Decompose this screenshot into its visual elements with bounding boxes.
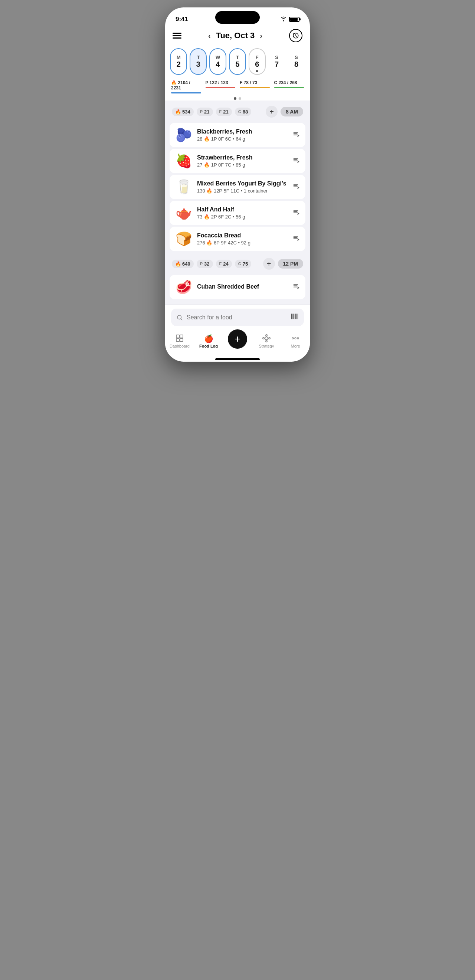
day-item-S7[interactable]: S 7 [268,48,285,75]
svg-line-21 [181,319,182,320]
food-name: Focaccia Bread [197,232,289,239]
strategy-icon [262,334,271,343]
food-name: Blackberries, Fresh [197,128,289,135]
meal-add-button[interactable]: + [263,258,275,270]
nutrition-item: 🔥 2104 / 2231 [171,80,201,94]
food-macros: 27 🔥 1P 0F 7C • 85 g [197,162,289,168]
nav-item-more[interactable]: More [284,334,306,348]
nav-add-button[interactable]: + [226,333,249,349]
nav-item-dashboard[interactable]: Dashboard [169,334,191,348]
nutrition-item: F 78 / 73 [240,80,270,94]
svg-point-36 [266,334,267,336]
meal-time-badge: 12 PM [278,259,303,269]
svg-rect-31 [180,335,183,338]
day-letter: T [197,54,200,60]
food-card[interactable]: 🫐 Blackberries, Fresh 28 🔥 1P 0F 6C • 64… [170,123,305,147]
food-card[interactable]: 🥩 Cuban Shredded Beef [170,275,305,299]
food-emoji: 🫐 [175,127,193,143]
svg-point-41 [295,337,296,339]
nutrition-bar [274,87,304,88]
barcode-icon[interactable] [290,312,299,322]
search-input[interactable] [186,314,287,321]
meal-stat-calories: 🔥640 [172,260,194,268]
food-edit-icon[interactable] [293,234,300,244]
svg-rect-25 [294,314,294,319]
svg-point-40 [292,337,293,339]
stat-label: P [200,110,202,114]
menu-icon[interactable] [172,33,182,38]
food-emoji: 🍓 [175,153,193,169]
food-card[interactable]: 🫖 Half And Half 73 🔥 2P 6F 2C • 56 g [170,200,305,225]
battery-icon [289,17,300,22]
nutrition-label: C 234 / 268 [274,80,304,85]
day-letter: T [236,54,239,60]
add-icon[interactable]: + [228,329,247,349]
dot-1 [234,97,236,100]
svg-rect-22 [291,314,292,319]
date-nav: ‹ Tue, Oct 3 › [208,31,262,40]
stat-value: 75 [243,261,248,267]
day-number: 6 [255,60,259,68]
food-edit-icon[interactable] [293,183,300,192]
stat-label: C [238,110,241,114]
food-macros: 276 🔥 6P 9F 42C • 92 g [197,240,289,245]
meal-stat-p: P21 [197,108,213,116]
day-dot [256,70,258,72]
day-item-S8[interactable]: S 8 [288,48,304,75]
food-name: Half And Half [197,206,289,213]
notch [215,11,260,24]
stat-label: C [238,261,241,266]
food-card[interactable]: 🍞 Focaccia Bread 276 🔥 6P 9F 42C • 92 g [170,227,305,251]
search-container [165,304,310,330]
day-number: 2 [177,60,181,68]
svg-rect-28 [297,314,298,319]
meal-stat-calories: 🔥534 [172,108,194,116]
food-info: Half And Half 73 🔥 2P 6F 2C • 56 g [197,206,289,220]
stat-label: P [200,261,202,266]
food-card[interactable]: 🍓 Strawberries, Fresh 27 🔥 1P 0F 7C • 85… [170,149,305,173]
svg-rect-30 [176,335,179,338]
nutrition-label: F 78 / 73 [240,80,270,85]
food-edit-icon[interactable] [293,156,300,166]
nutrition-bar [240,87,270,88]
next-date-arrow[interactable]: › [260,32,262,40]
food-name: Mixed Berries Yogurt By Siggi's [197,180,289,187]
status-bar: 9:41 [165,8,310,26]
nutrition-bar [171,92,201,94]
nav-label-dashboard: Dashboard [170,344,190,348]
nav-item-strategy[interactable]: Strategy [255,334,277,348]
svg-rect-26 [295,314,296,319]
food-edit-icon[interactable] [293,130,300,140]
meal-add-button[interactable]: + [266,106,277,118]
svg-point-38 [263,337,264,339]
stat-value: 32 [204,261,209,267]
stat-label: F [219,110,222,114]
day-item-W4[interactable]: W 4 [209,48,226,75]
day-item-T5[interactable]: T 5 [229,48,246,75]
day-item-F6[interactable]: F 6 [249,48,266,75]
day-item-M2[interactable]: M 2 [170,48,187,75]
food-edit-icon[interactable] [293,208,300,218]
food-info: Strawberries, Fresh 27 🔥 1P 0F 7C • 85 g [197,154,289,168]
day-item-T3[interactable]: T 3 [190,48,207,75]
svg-point-39 [269,337,270,339]
status-icons [280,16,300,22]
day-selector: M 2 T 3 W 4 T 5 F 6 S 7 S 8 [165,45,310,78]
stat-value: 534 [182,109,190,115]
day-letter: S [295,54,298,60]
status-time: 9:41 [175,16,188,23]
history-icon[interactable] [289,29,303,42]
food-card[interactable]: 🥛 Mixed Berries Yogurt By Siggi's 130 🔥 … [170,175,305,199]
search-bar [171,309,304,326]
svg-text:🍎: 🍎 [204,334,213,343]
food-edit-icon[interactable] [293,283,300,292]
fire-icon: 🔥 [175,261,181,267]
prev-date-arrow[interactable]: ‹ [208,32,211,40]
nutrition-bar [206,87,236,88]
stat-value: 21 [204,109,209,115]
nav-item-foodlog[interactable]: 🍎 Food Log [198,334,220,348]
food-name: Cuban Shredded Beef [197,283,289,290]
stat-value: 640 [182,261,190,267]
home-indicator [215,358,260,360]
wifi-icon [280,16,287,22]
